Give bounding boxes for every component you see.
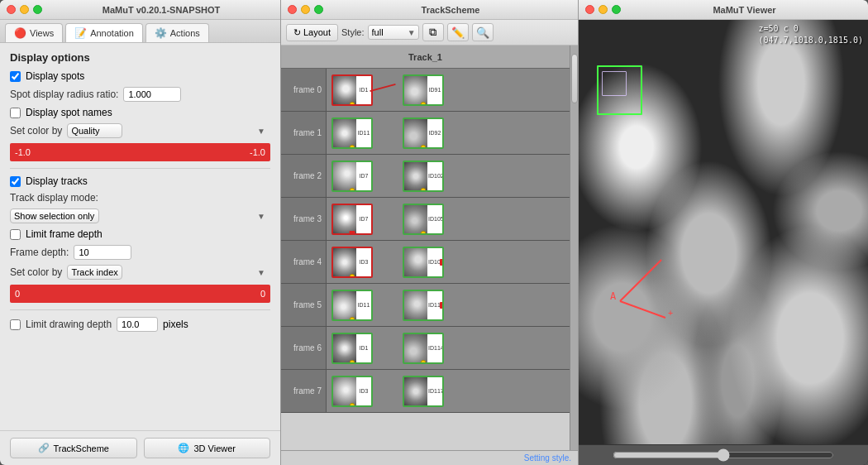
limit-frame-label: Limit frame depth: [26, 228, 103, 240]
dot-bottom-7-0: [350, 403, 355, 407]
spot-radius-input[interactable]: [123, 87, 181, 102]
right-window-title: MaMuT Viewer: [627, 5, 861, 15]
mid-close-button[interactable]: [288, 5, 297, 14]
color-by-select[interactable]: Quality Frame Track index: [67, 123, 122, 138]
dot-bottom-0-0: [350, 102, 355, 106]
display-tracks-checkbox[interactable]: [10, 176, 21, 187]
dot-bottom-4-0: [350, 274, 355, 278]
right-maximize-button[interactable]: [612, 5, 621, 14]
frame-row-3: frame 3 ID7 ID105: [281, 198, 570, 241]
setting-style-label: Setting style.: [281, 450, 578, 465]
node-id-1-1: ID92: [427, 119, 442, 147]
frame-depth-label: Frame depth:: [10, 247, 69, 258]
tab-actions[interactable]: ⚙️ Actions: [145, 23, 209, 42]
mid-titlebar: TrackScheme: [281, 0, 578, 20]
node-id-7-1: ID117: [427, 377, 444, 405]
node-cell-2-0[interactable]: ID7: [331, 161, 373, 192]
node-cell-0-0[interactable]: ID1: [331, 74, 373, 106]
node-img-4-0: [333, 248, 356, 276]
frame-row-0: frame 0 ID1 ID91: [281, 69, 570, 112]
layout-icon: ↻: [293, 27, 301, 38]
viewer-3d-label: 3D Viewer: [193, 443, 236, 453]
mid-maximize-button[interactable]: [314, 5, 323, 14]
frame-depth-row: Frame depth:: [10, 245, 270, 260]
node-id-4-0: ID3: [356, 248, 371, 276]
limit-frame-checkbox[interactable]: [10, 229, 21, 240]
node-id-5-0: ID11: [356, 291, 371, 319]
frame-label-7: frame 7: [281, 370, 327, 412]
node-img-4-1: [404, 248, 427, 276]
frame-label-6: frame 6: [281, 327, 327, 369]
node-cell-0-1[interactable]: ID91: [403, 74, 444, 106]
dot-right-4-1: [440, 259, 444, 266]
drawing-depth-input[interactable]: [117, 317, 158, 332]
frame-cells-0: ID1 ID91: [327, 69, 570, 111]
node-cell-7-1[interactable]: ID117: [403, 376, 444, 407]
actions-icon: ⚙️: [155, 27, 167, 39]
limit-drawing-row: Limit drawing depth pixels: [10, 317, 270, 332]
track-mode-select[interactable]: Show selection only Show all Show local: [10, 209, 99, 223]
dot-bottom-5-0: [350, 317, 355, 321]
track-slider-min: 0: [15, 289, 20, 299]
frame-row-6: frame 6 ID1 ID114: [281, 327, 570, 370]
trackscheme-button[interactable]: 🔗 TrackScheme: [10, 438, 137, 458]
node-id-2-1: ID102: [427, 162, 444, 190]
viewer-z-slider[interactable]: [613, 448, 833, 462]
node-cell-6-1[interactable]: ID114: [403, 333, 444, 364]
track-color-label: Set color by: [10, 266, 62, 278]
close-button[interactable]: [7, 5, 16, 14]
node-id-3-0: ID7: [356, 205, 371, 233]
limit-drawing-checkbox[interactable]: [10, 319, 21, 330]
style-select[interactable]: full minimal: [368, 25, 419, 40]
left-tab-bar: 🔴 Views 📝 Annotation ⚙️ Actions: [0, 20, 280, 43]
node-cell-3-1[interactable]: ID105: [403, 204, 444, 235]
viewer-area[interactable]: z=50 c 0 (047.7,1018.0,1815.0) A +: [579, 20, 868, 444]
viewer-3d-icon: 🌐: [178, 443, 189, 453]
tab-annotation[interactable]: 📝 Annotation: [65, 23, 143, 42]
right-close-button[interactable]: [585, 5, 594, 14]
node-cell-2-1[interactable]: ID102: [403, 161, 444, 192]
node-img-2-1: [404, 162, 427, 190]
track-slider-bar[interactable]: 0 0: [10, 285, 270, 303]
node-cell-4-0[interactable]: ID3: [331, 247, 373, 278]
frame-depth-input[interactable]: [74, 245, 131, 260]
tab-views[interactable]: 🔴 Views: [5, 23, 63, 42]
right-minimize-button[interactable]: [599, 5, 608, 14]
layout-button[interactable]: ↻ Layout: [286, 24, 338, 41]
track-color-select[interactable]: Track index Quality Frame: [67, 265, 122, 280]
track-slider-max: 0: [260, 289, 265, 299]
mid-scrollbar[interactable]: [570, 46, 578, 450]
node-cell-7-0[interactable]: ID3: [331, 376, 373, 407]
node-cell-5-0[interactable]: ID11: [331, 290, 373, 321]
maximize-button[interactable]: [33, 5, 42, 14]
quality-slider-bar[interactable]: -1.0 -1.0: [10, 143, 270, 161]
color-by-arrow-icon: ▼: [257, 127, 265, 136]
display-spot-names-checkbox[interactable]: [10, 108, 21, 118]
spot-radius-label: Spot display radius ratio:: [10, 89, 118, 100]
viewer-3d-button[interactable]: 🌐 3D Viewer: [144, 438, 271, 458]
dot-bottom-3-1: [421, 231, 427, 235]
node-cell-5-1[interactable]: ID111: [403, 290, 444, 321]
node-cell-3-0[interactable]: ID7: [331, 204, 373, 235]
node-cell-4-1[interactable]: ID103: [403, 247, 444, 278]
right-panel: MaMuT Viewer z=50 c 0 (047.7,1018.0,1815…: [579, 0, 868, 465]
color-by-row: Set color by Quality Frame Track index ▼: [10, 123, 270, 138]
mid-minimize-button[interactable]: [301, 5, 310, 14]
mid-panel: TrackScheme ↻ Layout Style: full minimal…: [281, 0, 579, 465]
copy-icon-button[interactable]: ⧉: [422, 23, 444, 41]
frame-label-1: frame 1: [281, 112, 327, 154]
minimize-button[interactable]: [20, 5, 29, 14]
mid-scrollbar-thumb[interactable]: [571, 54, 578, 103]
track-color-wrapper: Track index Quality Frame ▼: [67, 265, 270, 280]
left-titlebar: MaMuT v0.20.1-SNAPSHOT: [0, 0, 280, 20]
node-cell-6-0[interactable]: ID1: [331, 333, 373, 364]
frame-label-2: frame 2: [281, 155, 327, 197]
node-img-1-0: [333, 119, 356, 147]
pencil-icon-button[interactable]: ✏️: [447, 23, 469, 41]
display-tracks-label: Display tracks: [26, 175, 88, 187]
display-spots-checkbox[interactable]: [10, 71, 21, 82]
node-cell-1-0[interactable]: ID11: [331, 117, 373, 149]
node-id-6-1: ID114: [427, 334, 444, 362]
zoom-icon-button[interactable]: 🔍: [472, 23, 494, 41]
node-cell-1-1[interactable]: ID92: [403, 117, 444, 149]
